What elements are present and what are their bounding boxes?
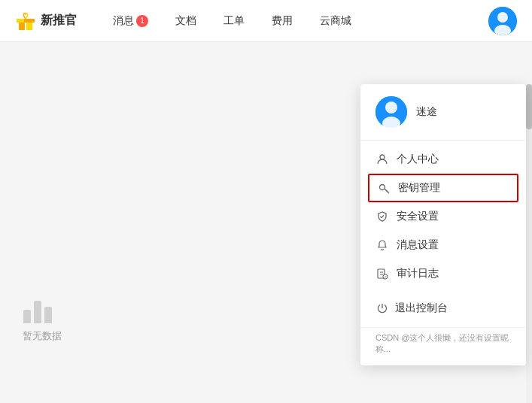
scrollbar-thumb[interactable] xyxy=(526,84,532,129)
svg-point-8 xyxy=(385,102,397,114)
nav-item-billing[interactable]: 费用 xyxy=(258,0,306,42)
dropdown-footer: 退出控制台 xyxy=(360,292,526,324)
logout-label: 退出控制台 xyxy=(395,301,448,315)
bell-icon xyxy=(375,238,389,252)
empty-data-state: 暂无数据 xyxy=(23,293,62,343)
brand-icon xyxy=(15,11,36,32)
logout-item[interactable]: 退出控制台 xyxy=(375,295,511,321)
user-avatar[interactable] xyxy=(488,7,517,35)
personal-center-label: 个人中心 xyxy=(397,153,439,166)
bar1 xyxy=(23,310,31,323)
dropdown-item-security[interactable]: 安全设置 xyxy=(360,202,526,231)
dropdown-avatar-icon xyxy=(375,96,407,128)
key-management-label: 密钥管理 xyxy=(398,181,440,195)
nav-item-message[interactable]: 消息 1 xyxy=(99,0,162,42)
nav-item-workorder[interactable]: 工单 xyxy=(210,0,258,42)
bar2 xyxy=(34,301,41,323)
svg-rect-1 xyxy=(19,23,25,30)
nav-item-marketplace[interactable]: 云商城 xyxy=(306,0,365,42)
empty-text: 暂无数据 xyxy=(23,329,62,343)
user-dropdown-panel: 迷途 个人中心 xyxy=(360,84,526,365)
main-content: 暂无数据 迷途 xyxy=(0,42,532,403)
audit-log-label: 审计日志 xyxy=(397,267,439,280)
scrollbar-track[interactable] xyxy=(526,84,532,403)
person-icon xyxy=(375,153,389,166)
brand[interactable]: 新推官 xyxy=(15,11,77,32)
dropdown-item-personal[interactable]: 个人中心 xyxy=(360,145,526,174)
dropdown-user-section: 迷途 xyxy=(360,84,526,141)
dropdown-item-audit[interactable]: 审计日志 xyxy=(360,259,526,288)
svg-point-11 xyxy=(380,185,385,190)
bar3 xyxy=(44,307,52,323)
svg-line-13 xyxy=(386,190,388,192)
dropdown-item-key[interactable]: 密钥管理 xyxy=(368,174,518,202)
dropdown-item-notification[interactable]: 消息设置 xyxy=(360,231,526,259)
notification-settings-label: 消息设置 xyxy=(397,238,439,252)
svg-point-10 xyxy=(380,155,385,159)
key-icon xyxy=(377,181,391,195)
message-badge: 1 xyxy=(136,15,148,27)
dropdown-username: 迷途 xyxy=(416,105,437,119)
footer-note: CSDN @这个人很懒，还没有设置昵称... xyxy=(360,327,526,358)
brand-name: 新推官 xyxy=(41,13,77,29)
nav-item-docs[interactable]: 文档 xyxy=(162,0,210,42)
avatar-icon xyxy=(488,7,517,35)
nav-menu: 消息 1 文档 工单 费用 云商城 xyxy=(99,0,488,42)
security-settings-label: 安全设置 xyxy=(397,210,439,223)
power-icon xyxy=(375,301,389,315)
svg-rect-3 xyxy=(17,19,24,23)
navbar: 新推官 消息 1 文档 工单 费用 云商城 xyxy=(0,0,532,42)
svg-point-5 xyxy=(497,12,508,23)
shield-icon xyxy=(375,210,389,223)
svg-rect-2 xyxy=(26,23,32,30)
dropdown-avatar xyxy=(375,96,407,128)
bar-chart-icon xyxy=(23,293,61,323)
dropdown-menu-items: 个人中心 密钥管理 xyxy=(360,141,526,292)
audit-icon xyxy=(375,267,389,280)
